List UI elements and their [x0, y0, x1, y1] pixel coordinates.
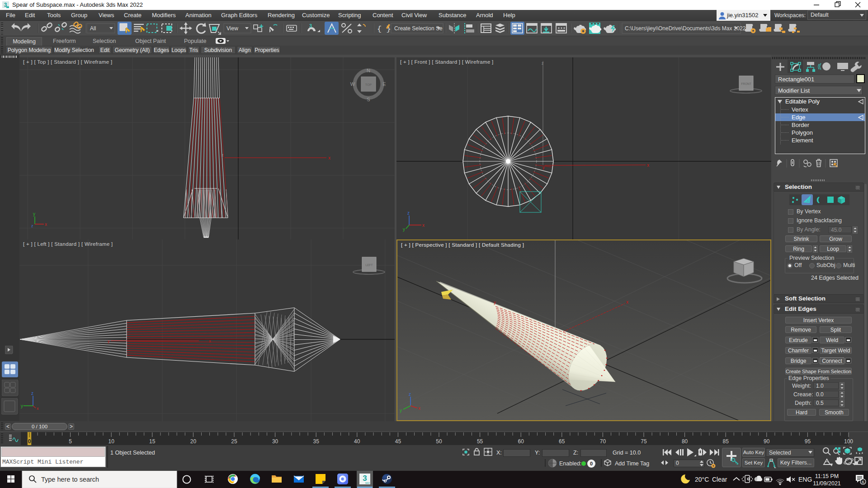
svg-text:x: x — [45, 222, 47, 227]
svg-text:0: 0 — [28, 438, 31, 445]
svg-text:All: All — [90, 25, 96, 32]
svg-text:E: E — [382, 81, 386, 87]
svg-text:y: y — [400, 408, 402, 413]
svg-text:0: 0 — [590, 461, 593, 466]
svg-text:25: 25 — [231, 438, 237, 445]
svg-text:65: 65 — [559, 438, 565, 445]
svg-text:Grid = 10.0: Grid = 10.0 — [613, 450, 641, 456]
svg-text:LEFT: LEFT — [366, 263, 373, 267]
svg-text:x: x — [209, 339, 211, 343]
svg-text:C:\Users\jieyi\OneDrive\Docume: C:\Users\jieyi\OneDrive\Documents\3ds Ma… — [625, 25, 746, 32]
svg-text:x: x — [418, 406, 420, 411]
svg-text:10: 10 — [108, 438, 115, 445]
svg-text:X:: X: — [496, 450, 502, 456]
svg-text:Add Time Tag: Add Time Tag — [615, 460, 649, 467]
svg-text:6: 6 — [862, 479, 864, 484]
svg-text:y: y — [108, 339, 110, 343]
svg-text:30: 30 — [272, 438, 278, 445]
svg-text:x: x — [328, 155, 330, 160]
svg-text:5: 5 — [69, 438, 72, 445]
svg-text:Create Selection Se: Create Selection Se — [394, 25, 443, 32]
svg-text:x: x — [422, 223, 425, 228]
svg-text:11:15 PM: 11:15 PM — [815, 473, 839, 479]
svg-text:Clear: Clear — [712, 476, 727, 483]
svg-text:MAX: MAX — [365, 482, 370, 484]
svg-text:FRONT: FRONT — [741, 82, 751, 85]
svg-text:x: x — [626, 300, 628, 305]
svg-text:Z:: Z: — [573, 450, 578, 456]
svg-text:y: y — [21, 404, 23, 408]
svg-text:S: S — [367, 97, 370, 102]
svg-text:N: N — [367, 68, 370, 73]
svg-text:50: 50 — [436, 438, 442, 445]
svg-text:z: z — [31, 224, 33, 228]
svg-text:Enabled:: Enabled: — [559, 460, 581, 467]
svg-text:45: 45 — [395, 438, 401, 445]
svg-text:20: 20 — [190, 438, 197, 445]
svg-text:x: x — [37, 406, 39, 411]
svg-text:3: 3 — [363, 474, 367, 483]
svg-text:z: z — [542, 61, 544, 66]
svg-text:15: 15 — [149, 438, 156, 445]
svg-text:80: 80 — [682, 438, 688, 445]
svg-text:70: 70 — [600, 438, 606, 445]
svg-text:Y:: Y: — [535, 450, 540, 456]
svg-text:35: 35 — [313, 438, 320, 445]
svg-text:y: y — [542, 165, 545, 170]
svg-text:ENG: ENG — [798, 476, 812, 483]
svg-text:z: z — [31, 391, 33, 396]
svg-text:90: 90 — [764, 438, 770, 445]
svg-text:75: 75 — [641, 438, 647, 445]
svg-text:y: y — [33, 211, 35, 216]
svg-text:85: 85 — [723, 438, 729, 445]
svg-text:z: z — [409, 392, 411, 397]
svg-text:40: 40 — [354, 438, 360, 445]
svg-text:y: y — [403, 227, 405, 232]
svg-text:View: View — [226, 25, 238, 32]
svg-text:95: 95 — [805, 438, 811, 445]
svg-text:z: z — [407, 211, 410, 216]
svg-text:y: y — [494, 300, 496, 305]
svg-text:11/09/2021: 11/09/2021 — [813, 480, 841, 487]
svg-text:55: 55 — [477, 438, 483, 445]
svg-text:W: W — [350, 81, 355, 87]
svg-text:Type here to search: Type here to search — [41, 476, 99, 483]
svg-text:TOP: TOP — [365, 83, 372, 86]
svg-text:x: x — [647, 163, 649, 168]
svg-text:20°C: 20°C — [695, 476, 709, 483]
svg-text:60: 60 — [518, 438, 524, 445]
svg-text:100: 100 — [844, 438, 853, 445]
